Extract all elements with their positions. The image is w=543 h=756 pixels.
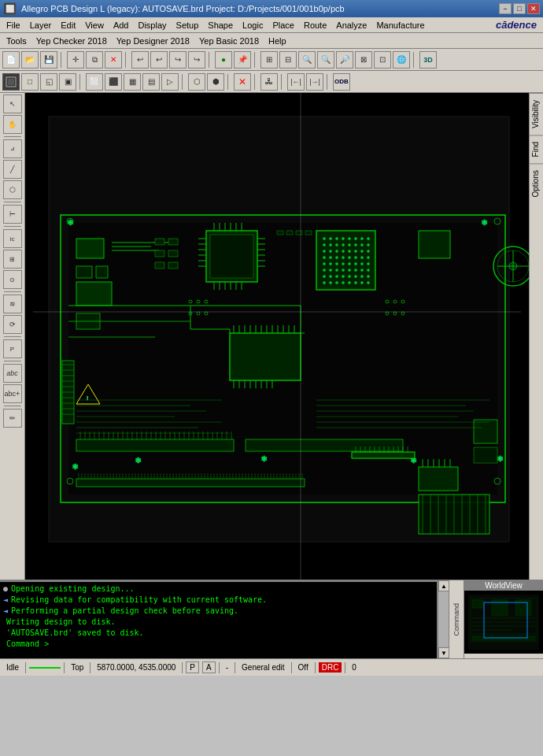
- tb2-btn1[interactable]: [2, 73, 20, 91]
- lt-add-text[interactable]: abc+: [3, 384, 22, 403]
- menu-logic[interactable]: Logic: [238, 19, 268, 32]
- scroll-down-button[interactable]: ▼: [438, 647, 449, 658]
- 3d-btn[interactable]: 3D: [419, 51, 437, 69]
- close-button[interactable]: ✕: [527, 3, 540, 14]
- lt-pen[interactable]: ✏: [3, 409, 22, 428]
- menu-file[interactable]: File: [2, 19, 25, 32]
- save-btn[interactable]: 💾: [40, 51, 57, 69]
- tb2-btn12[interactable]: ✕: [234, 73, 251, 91]
- svg-rect-181: [168, 250, 178, 257]
- lt-place[interactable]: ic: [3, 229, 22, 248]
- menu-shape[interactable]: Shape: [203, 19, 238, 32]
- open-btn[interactable]: 📂: [21, 51, 39, 69]
- svg-rect-310: [296, 231, 302, 235]
- lt-measure[interactable]: ⊢: [3, 205, 22, 224]
- zoom-in-btn[interactable]: 🔍: [298, 51, 316, 69]
- tb2-btn15[interactable]: |→|: [306, 73, 323, 91]
- minimize-button[interactable]: −: [499, 3, 512, 14]
- tb2-btn10[interactable]: ⬡: [188, 73, 205, 91]
- scroll-up-button[interactable]: ▲: [438, 580, 449, 591]
- menu-layer[interactable]: Layer: [25, 19, 57, 32]
- lt-text[interactable]: abc: [3, 364, 22, 383]
- pin-btn[interactable]: 📌: [234, 51, 251, 69]
- lt-via[interactable]: ⊙: [3, 270, 22, 289]
- menu-route[interactable]: Route: [299, 19, 331, 32]
- menu-yep-basic[interactable]: Yep Basic 2018: [194, 35, 264, 47]
- move-btn[interactable]: ✛: [67, 51, 84, 69]
- svg-point-55: [342, 238, 345, 240]
- zoom-btn2[interactable]: ⊟: [279, 51, 297, 69]
- svg-point-87: [342, 263, 345, 265]
- tb2-btn8[interactable]: ▤: [142, 73, 160, 91]
- svg-point-66: [361, 244, 364, 246]
- lt-pan[interactable]: ✋: [3, 115, 22, 134]
- svg-point-83: [368, 257, 370, 259]
- zoom-fit-btn[interactable]: ⊠: [355, 51, 372, 69]
- menu-place[interactable]: Place: [268, 19, 299, 32]
- undo2-btn[interactable]: ↩: [150, 51, 168, 69]
- minimap-header: WorldView: [464, 580, 543, 591]
- menu-analyze[interactable]: Analyze: [331, 19, 371, 32]
- tb2-btn3[interactable]: ◱: [40, 73, 57, 91]
- zoom-out-btn[interactable]: 🔎: [336, 51, 353, 69]
- tb2-btn2[interactable]: □: [21, 73, 39, 91]
- connect-btn[interactable]: ●: [215, 51, 232, 69]
- delete-btn[interactable]: ✕: [105, 51, 122, 69]
- menu-display[interactable]: Display: [133, 19, 171, 32]
- tb2-btn4[interactable]: ▣: [59, 73, 76, 91]
- svg-point-81: [355, 257, 357, 259]
- svg-rect-309: [286, 231, 293, 235]
- find-tab[interactable]: Find: [530, 135, 543, 163]
- redo2-btn[interactable]: ↪: [188, 51, 205, 69]
- svg-rect-308: [277, 231, 283, 235]
- tb2-btn6[interactable]: ⬛: [105, 73, 122, 91]
- lt-connect[interactable]: ⟳: [3, 315, 22, 334]
- zoom-prev-btn[interactable]: ⊡: [374, 51, 391, 69]
- console-msg-5: 'AUTOSAVE.brd' saved to disk.: [6, 628, 144, 639]
- menu-edit[interactable]: Edit: [56, 19, 80, 32]
- svg-point-108: [323, 282, 326, 284]
- menu-help[interactable]: Help: [264, 35, 291, 47]
- lt-component[interactable]: ⊞: [3, 250, 22, 269]
- lt-add-shape[interactable]: ⬡: [3, 180, 22, 199]
- lt-select[interactable]: ↖: [3, 94, 22, 113]
- window-controls: − □ ✕: [499, 3, 540, 14]
- lt-add-line[interactable]: ╱: [3, 160, 22, 179]
- menu-setup[interactable]: Setup: [172, 19, 204, 32]
- menu-view[interactable]: View: [80, 19, 109, 32]
- new-btn[interactable]: 📄: [2, 51, 20, 69]
- options-tab[interactable]: Options: [530, 163, 543, 203]
- zoom-world-btn[interactable]: 🌐: [393, 51, 410, 69]
- pa-button[interactable]: P: [186, 662, 199, 673]
- zoom-in2-btn[interactable]: 🔍: [317, 51, 334, 69]
- lt-property[interactable]: P: [3, 339, 22, 358]
- a-button[interactable]: A: [202, 662, 216, 673]
- svg-rect-143: [76, 439, 234, 451]
- canvas-area[interactable]: ✽ ✽ ✽ ✽ ✽ ✽ ✽ !: [25, 93, 529, 580]
- maximize-button[interactable]: □: [513, 3, 526, 14]
- tb2-btn14[interactable]: |←|: [287, 73, 305, 91]
- tb2-btn5[interactable]: ⬜: [86, 73, 103, 91]
- tb2-btn7[interactable]: ▦: [124, 73, 141, 91]
- menu-yep-checker[interactable]: Yep Checker 2018: [31, 35, 112, 47]
- copy-btn[interactable]: ⧉: [86, 51, 103, 69]
- console-msg-4: Writing design to disk.: [6, 617, 115, 628]
- tb2-odb-btn[interactable]: ODB: [333, 73, 350, 91]
- menu-add[interactable]: Add: [109, 19, 134, 32]
- tb2-btn11[interactable]: ⬢: [207, 73, 224, 91]
- lt-rat[interactable]: ≋: [3, 295, 22, 313]
- minimap: [464, 591, 543, 654]
- tb2-btn13[interactable]: 🖧: [260, 73, 278, 91]
- redo-btn[interactable]: ↪: [169, 51, 187, 69]
- lt-route[interactable]: ⊿: [3, 139, 22, 158]
- zoom-area-btn[interactable]: ⊞: [260, 51, 278, 69]
- menu-tools[interactable]: Tools: [2, 35, 31, 47]
- menu-manufacture[interactable]: Manufacture: [371, 19, 429, 32]
- lt-sep4: [4, 291, 21, 292]
- visibility-tab[interactable]: Visibility: [530, 93, 543, 135]
- menu-yep-designer[interactable]: Yep Designer 2018: [112, 35, 194, 47]
- svg-rect-201: [474, 447, 497, 463]
- tb2-btn9[interactable]: ▷: [161, 73, 179, 91]
- undo-btn[interactable]: ↩: [131, 51, 149, 69]
- pcb-canvas: ✽ ✽ ✽ ✽ ✽ ✽ ✽ !: [25, 93, 529, 580]
